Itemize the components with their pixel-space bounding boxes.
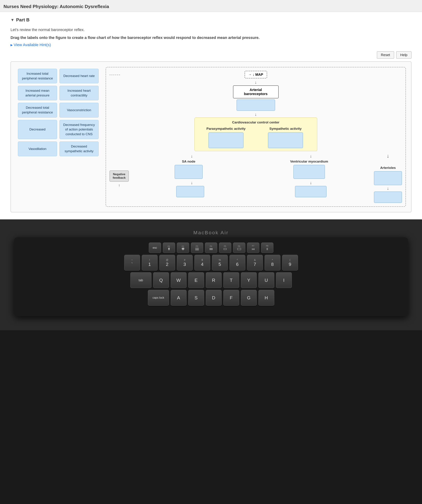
key-y[interactable]: Y: [241, 272, 257, 288]
arterioles-label: Arterioles: [380, 166, 396, 170]
key-f6[interactable]: F6: [233, 243, 245, 253]
drop-zone-arterioles[interactable]: [374, 171, 402, 185]
map-label: ↓ MAP: [253, 73, 263, 77]
page-title: Nurses Need Physiology: Autonomic Dysref…: [4, 2, 418, 12]
key-9[interactable]: ( 9: [282, 255, 298, 270]
label-chip-increased-map[interactable]: Increased mean arterial pressure: [18, 86, 57, 100]
drop-zone-sa-2[interactable]: [176, 186, 204, 197]
label-chip-increased-heart-contract[interactable]: Increased heart contractility: [60, 86, 99, 100]
arrow-sa-down: ↓: [132, 180, 251, 185]
key-d[interactable]: D: [206, 290, 222, 306]
expose-icon: [195, 248, 199, 250]
arrow-down-para: ↓: [132, 154, 251, 159]
label-chip-decreased-heart-rate[interactable]: Decreased heart rate: [60, 69, 99, 83]
svg-point-10: [212, 248, 213, 249]
launchpad-icon: [209, 248, 213, 250]
key-u[interactable]: U: [258, 272, 274, 288]
key-f[interactable]: F: [223, 290, 239, 306]
parasympathetic-label: Parasympathetic activity: [207, 127, 246, 131]
key-7[interactable]: & 7: [247, 255, 263, 270]
label-chip-vasoconstriction[interactable]: Vasoconstriction: [60, 103, 99, 117]
key-f7[interactable]: F7 ⏮: [247, 243, 259, 253]
arterial-baro-label: Arterial baroreceptors: [244, 88, 268, 96]
outer-dotted-border: → ↓ MAP ↓ Arterial baroreceptors: [106, 67, 406, 207]
sympathetic-col: Sympathetic activity: [257, 127, 314, 148]
keyboard-backlight-up-icon: [237, 248, 241, 250]
diagram-wrapper: Increased total peripheral resistance De…: [11, 61, 411, 212]
key-8[interactable]: * 8: [265, 255, 280, 270]
key-f4[interactable]: F4: [205, 243, 217, 253]
key-r[interactable]: R: [206, 272, 222, 288]
hint-triangle-icon: ▶: [11, 43, 13, 47]
drop-zone-symp[interactable]: [268, 132, 303, 148]
key-4[interactable]: $ 4: [194, 255, 210, 270]
key-caps[interactable]: caps lock: [148, 290, 169, 306]
svg-rect-6: [196, 249, 197, 250]
instruction-line-2: Drag the labels onto the figure to creat…: [11, 35, 411, 41]
label-chip-vasodilation[interactable]: Vasodilation: [18, 142, 57, 156]
key-q[interactable]: Q: [153, 272, 169, 288]
key-esc[interactable]: esc: [149, 243, 161, 253]
key-f3[interactable]: F3: [191, 243, 203, 253]
drop-zone-sa[interactable]: [175, 165, 203, 179]
hint-text: View Available Hint(s): [14, 43, 51, 47]
drop-zone-baro[interactable]: [237, 99, 275, 111]
label-bank: Increased total peripheral resistance De…: [16, 67, 100, 158]
key-5[interactable]: % 5: [212, 255, 228, 270]
key-w[interactable]: W: [171, 272, 187, 288]
svg-rect-5: [197, 248, 199, 249]
svg-point-9: [211, 248, 211, 249]
key-e[interactable]: E: [188, 272, 204, 288]
macbook-label: MacBook Air: [14, 230, 408, 235]
hint-link[interactable]: ▶ View Available Hint(s): [11, 43, 411, 47]
key-f1[interactable]: F1: [163, 243, 175, 253]
key-f5[interactable]: F5: [219, 243, 231, 253]
reset-button[interactable]: Reset: [377, 51, 394, 59]
section-label: Part B: [16, 17, 30, 23]
arrow-ventricular-down: ↓: [251, 180, 371, 185]
cv-title: Cardiovascular control center: [198, 120, 314, 124]
key-g[interactable]: G: [241, 290, 257, 306]
key-s[interactable]: S: [188, 290, 204, 306]
arrow-down-2: ↓: [110, 112, 402, 117]
play-icon: ⏸: [266, 247, 269, 251]
label-chip-decreased[interactable]: Decreased: [18, 120, 57, 139]
drop-zone-para[interactable]: [208, 132, 244, 148]
svg-point-11: [209, 249, 210, 250]
drop-zone-ventricular-2[interactable]: [295, 186, 327, 197]
key-tab[interactable]: tab: [130, 272, 151, 288]
rewind-icon: ⏮: [252, 247, 255, 251]
svg-rect-4: [196, 248, 197, 249]
key-6[interactable]: ^ 6: [230, 255, 245, 270]
svg-point-8: [209, 248, 210, 249]
key-2[interactable]: @ 2: [159, 255, 175, 270]
label-chip-decreased-sympathetic[interactable]: Decreased sympathetic activity: [60, 142, 99, 156]
key-f2[interactable]: F2: [177, 243, 189, 253]
key-i[interactable]: I: [276, 272, 292, 288]
svg-rect-3: [183, 250, 183, 250]
browser-chrome: Nurses Need Physiology: Autonomic Dysref…: [0, 0, 422, 12]
label-chip-increased-total-periph[interactable]: Increased total peripheral resistance: [18, 69, 57, 83]
brightness-up-icon: [181, 248, 185, 250]
toolbar: Reset Help: [11, 51, 411, 59]
drop-zone-ventricular[interactable]: [293, 165, 325, 179]
key-a[interactable]: A: [171, 290, 187, 306]
keyboard: esc F1 F2 F3 F4 F5 F6: [14, 237, 408, 316]
arterial-baro-box: Arterial baroreceptors: [233, 85, 279, 98]
collapse-arrow-icon[interactable]: ▼: [11, 18, 14, 22]
key-tilde[interactable]: ~ `: [124, 255, 140, 270]
label-chip-decreased-total-periph[interactable]: Decreased total peripheral resistance: [18, 103, 57, 117]
arrow-down-1: ↓: [110, 80, 402, 85]
key-t[interactable]: T: [223, 272, 239, 288]
help-button[interactable]: Help: [396, 51, 411, 59]
drop-zone-arterioles-2[interactable]: [374, 192, 402, 203]
keyboard-fn-row: esc F1 F2 F3 F4 F5 F6: [19, 243, 403, 253]
key-3[interactable]: # 3: [177, 255, 193, 270]
key-h[interactable]: H: [258, 290, 274, 306]
label-chip-decreased-freq-action[interactable]: Decreased frequency of action potentials…: [60, 120, 99, 139]
arrow-arterioles-down: ↓: [387, 186, 389, 191]
keyboard-backlight-down-icon: [223, 248, 227, 250]
section-header: ▼ Part B: [11, 17, 411, 23]
key-1[interactable]: ! 1: [142, 255, 158, 270]
key-f8[interactable]: F8 ⏸: [261, 243, 273, 253]
